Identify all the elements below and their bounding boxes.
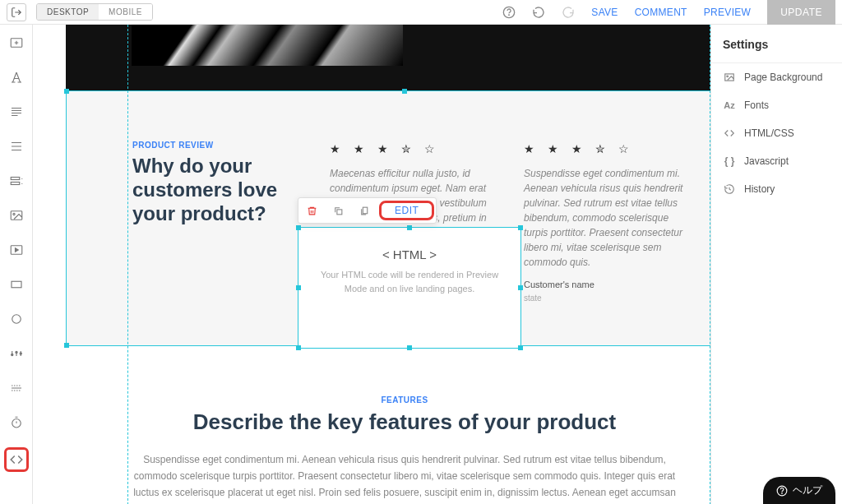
features-section[interactable]: FEATURES Describe the key features of yo… — [66, 346, 710, 505]
html-widget[interactable]: < HTML > Your HTML code will be rendered… — [298, 227, 521, 349]
slider-icon[interactable] — [7, 344, 26, 363]
star-rating: ★ ★ ★ ✮ ☆ — [330, 141, 499, 158]
save-button[interactable]: SAVE — [591, 7, 618, 18]
history-icon — [723, 183, 736, 195]
features-heading[interactable]: Describe the key features of your produc… — [132, 409, 678, 435]
divider-icon[interactable] — [7, 378, 26, 398]
canvas[interactable]: PRODUCT REVIEW Why do your customers lov… — [33, 25, 710, 504]
shape-icon[interactable] — [7, 309, 26, 329]
preview-button[interactable]: PREVIEW — [704, 7, 751, 18]
svg-point-6 — [12, 213, 14, 215]
settings-label: History — [744, 183, 775, 195]
star-rating: ★ ★ ★ ✮ ☆ — [524, 141, 693, 158]
review-col-2[interactable]: ★ ★ ★ ✮ ☆ Suspendisse eget condimentum m… — [524, 141, 693, 304]
svg-point-19 — [782, 492, 783, 493]
svg-point-11 — [15, 351, 16, 353]
svg-rect-4 — [11, 183, 20, 185]
exit-icon — [11, 7, 22, 18]
review-text-2: Suspendisse eget condimentum mi. Aenean … — [524, 166, 693, 270]
code-icon — [723, 127, 736, 139]
svg-point-1 — [509, 15, 510, 16]
desktop-tab[interactable]: DESKTOP — [37, 4, 99, 20]
add-section-icon[interactable] — [7, 33, 26, 53]
help-label: ヘルプ — [793, 483, 822, 497]
customer-state: state — [524, 292, 693, 304]
review-eyebrow: PRODUCT REVIEW — [132, 141, 313, 150]
list-icon[interactable] — [7, 136, 26, 156]
settings-label: Javascript — [744, 155, 789, 167]
exit-button[interactable] — [7, 3, 26, 21]
settings-title: Settings — [711, 38, 842, 63]
main: PRODUCT REVIEW Why do your customers lov… — [0, 25, 842, 504]
svg-point-10 — [11, 354, 12, 355]
element-toolbar: EDIT — [298, 197, 437, 224]
settings-label: Page Background — [744, 72, 822, 83]
redo-icon[interactable] — [562, 6, 575, 19]
copy-button[interactable] — [325, 198, 351, 223]
svg-rect-8 — [12, 281, 21, 288]
settings-label: HTML/CSS — [744, 127, 794, 139]
html-icon[interactable] — [4, 447, 29, 472]
box-icon[interactable] — [7, 275, 26, 294]
review-heading[interactable]: Why do your customers love your product? — [132, 155, 313, 225]
settings-page-background[interactable]: Page Background — [711, 63, 842, 91]
features-body[interactable]: Suspendisse eget condimentum mi. Aenean … — [132, 451, 678, 505]
help-icon[interactable] — [502, 6, 516, 19]
video-icon[interactable] — [7, 240, 26, 260]
device-toggle: DESKTOP MOBILE — [36, 3, 153, 21]
mobile-tab[interactable]: MOBILE — [99, 4, 152, 20]
svg-rect-3 — [11, 178, 20, 180]
svg-point-12 — [20, 353, 21, 354]
hero-image[interactable] — [132, 25, 403, 66]
html-widget-title: < HTML > — [298, 247, 520, 261]
topbar: DESKTOP MOBILE SAVE COMMENT PREVIEW UPDA… — [0, 0, 842, 25]
comment-button[interactable]: COMMENT — [635, 7, 687, 18]
left-sidebar — [0, 25, 33, 504]
help-bubble[interactable]: ヘルプ — [763, 477, 835, 504]
update-button[interactable]: UPDATE — [767, 0, 835, 25]
svg-rect-15 — [363, 207, 367, 214]
settings-history[interactable]: History — [711, 175, 842, 203]
image-icon[interactable] — [7, 206, 26, 225]
delete-button[interactable] — [298, 198, 325, 223]
help-icon — [776, 485, 788, 497]
settings-html-css[interactable]: HTML/CSS — [711, 119, 842, 147]
svg-rect-14 — [336, 209, 341, 214]
braces-icon: { } — [723, 155, 736, 167]
image-icon — [723, 72, 736, 83]
edit-button-highlight: EDIT — [379, 201, 434, 220]
settings-label: Fonts — [744, 99, 769, 111]
customer-name: Customer's name — [524, 278, 693, 292]
settings-fonts[interactable]: Az Fonts — [711, 91, 842, 119]
topbar-right: SAVE COMMENT PREVIEW UPDATE — [502, 0, 835, 25]
undo-icon[interactable] — [532, 6, 545, 19]
html-widget-subtitle: Your HTML code will be rendered in Previ… — [298, 268, 520, 295]
font-icon: Az — [723, 100, 736, 110]
hero-section[interactable] — [66, 25, 710, 90]
timer-icon[interactable] — [7, 413, 26, 432]
paragraph-icon[interactable] — [7, 102, 26, 122]
svg-point-17 — [727, 76, 729, 77]
topbar-left: DESKTOP MOBILE — [7, 3, 153, 21]
svg-point-9 — [12, 315, 21, 324]
duplicate-button[interactable] — [351, 198, 377, 223]
form-icon[interactable] — [7, 171, 26, 191]
features-eyebrow: FEATURES — [132, 395, 678, 405]
edit-button[interactable]: EDIT — [385, 205, 428, 216]
text-icon[interactable] — [7, 67, 26, 87]
settings-javascript[interactable]: { } Javascript — [711, 147, 842, 175]
settings-panel: Settings Page Background Az Fonts HTML/C… — [710, 25, 842, 504]
